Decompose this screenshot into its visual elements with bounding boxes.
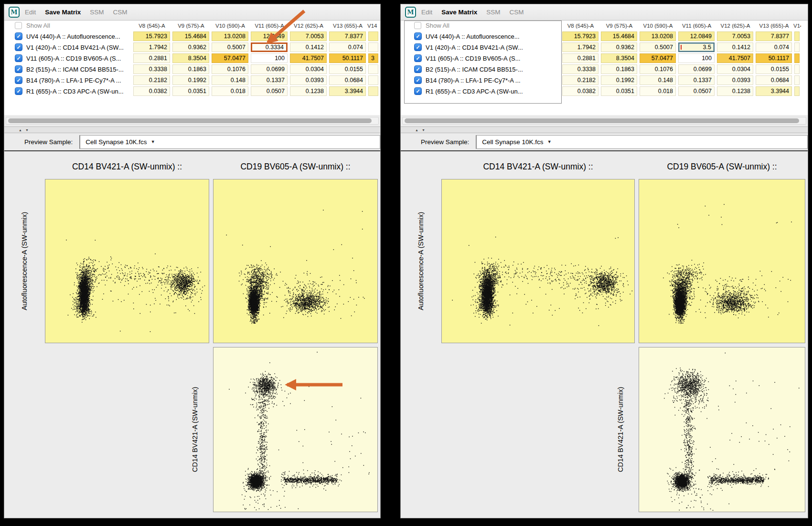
matrix-cell[interactable]: 0.0393: [717, 75, 753, 85]
matrix-cell[interactable]: 50.1117: [756, 53, 792, 63]
horizontal-scrollbar[interactable]: [6, 117, 379, 125]
pane-splitter[interactable]: ▲ ▼: [4, 126, 380, 133]
matrix-cell[interactable]: 3.3944: [756, 86, 792, 96]
matrix-cell[interactable]: [368, 42, 378, 52]
matrix-cell[interactable]: 50.1117: [329, 53, 366, 63]
matrix-cell[interactable]: 0.5007: [640, 42, 676, 52]
column-header-v10[interactable]: V10 (590)-A: [211, 21, 250, 31]
matrix-cell[interactable]: 41.7507: [717, 53, 753, 63]
row-checkbox-checked[interactable]: ✓: [414, 43, 422, 51]
matrix-cell[interactable]: 0.1076: [640, 64, 676, 74]
matrix-cell[interactable]: 0.1337: [678, 75, 715, 85]
menu-item-save-matrix[interactable]: Save Matrix: [441, 9, 477, 16]
row-checkbox-checked[interactable]: ✓: [15, 54, 22, 62]
matrix-cell[interactable]: 0.9362: [172, 42, 209, 52]
matrix-cell[interactable]: 0.2182: [562, 75, 598, 85]
matrix-cell[interactable]: 0.1863: [172, 64, 209, 74]
matrix-cell[interactable]: [368, 32, 378, 41]
column-header-v14[interactable]: V14: [793, 21, 801, 31]
column-header-v11[interactable]: V11 (605)-A: [250, 21, 289, 31]
matrix-cell[interactable]: 15.7923: [133, 32, 170, 41]
matrix-cell[interactable]: 0.1992: [601, 75, 637, 85]
matrix-cell[interactable]: 57.0477: [212, 53, 248, 63]
matrix-cell[interactable]: 3: [368, 53, 378, 63]
matrix-cell[interactable]: 0.0699: [251, 64, 288, 74]
row-checkbox-checked[interactable]: ✓: [15, 32, 22, 40]
preview-sample-dropdown[interactable]: Cell Synapse 10K.fcs ▼: [79, 135, 380, 149]
preview-sample-dropdown[interactable]: Cell Synapse 10K.fcs ▼: [476, 135, 808, 149]
matrix-cell[interactable]: [368, 64, 378, 74]
matrix-cell[interactable]: 0.2881: [562, 53, 598, 63]
column-header-v13[interactable]: V13 (655)-A: [328, 21, 367, 31]
matrix-cell[interactable]: 0.9362: [601, 42, 637, 52]
matrix-cell[interactable]: [368, 86, 378, 96]
matrix-cell[interactable]: 100: [678, 53, 715, 63]
row-checkbox-checked[interactable]: ✓: [414, 65, 422, 73]
matrix-cell[interactable]: 100: [251, 53, 288, 63]
scrollbar-thumb[interactable]: [405, 118, 799, 123]
column-header-v12[interactable]: V12 (625)-A: [289, 21, 328, 31]
column-header-v11[interactable]: V11 (605)-A: [677, 21, 716, 31]
column-header-v12[interactable]: V12 (625)-A: [716, 21, 755, 31]
matrix-cell[interactable]: 0.1238: [290, 86, 327, 96]
matrix-cell[interactable]: 7.0053: [717, 32, 753, 41]
menu-item-ssm[interactable]: SSM: [90, 9, 104, 16]
matrix-cell[interactable]: 0.018: [640, 86, 676, 96]
menu-item-ssm[interactable]: SSM: [486, 9, 500, 16]
matrix-cell[interactable]: 0.0304: [717, 64, 753, 74]
matrix-cell[interactable]: [794, 64, 800, 74]
matrix-cell[interactable]: 0.0351: [172, 86, 209, 96]
pane-splitter[interactable]: ▲ ▼: [401, 126, 808, 133]
menu-item-save-matrix[interactable]: Save Matrix: [45, 9, 81, 16]
menu-item-csm[interactable]: CSM: [113, 9, 128, 16]
matrix-cell-highlighted[interactable]: 3.5: [678, 42, 715, 52]
matrix-cell[interactable]: 0.1238: [717, 86, 753, 96]
matrix-cell[interactable]: 0.0155: [329, 64, 366, 74]
matrix-cell[interactable]: [794, 32, 800, 41]
row-checkbox-checked[interactable]: ✓: [15, 87, 22, 95]
row-checkbox-checked[interactable]: ✓: [414, 54, 422, 62]
matrix-cell[interactable]: [794, 75, 800, 85]
matrix-cell-highlighted[interactable]: 0.3334: [251, 42, 288, 52]
column-header-v9[interactable]: V9 (575)-A: [171, 21, 211, 31]
matrix-cell[interactable]: [794, 86, 800, 96]
column-header-v13[interactable]: V13 (655)-A: [755, 21, 793, 31]
matrix-cell[interactable]: 12.0849: [678, 32, 715, 41]
matrix-cell[interactable]: 0.1412: [717, 42, 753, 52]
matrix-cell[interactable]: 8.3504: [601, 53, 637, 63]
matrix-cell[interactable]: 0.3338: [562, 64, 598, 74]
matrix-cell[interactable]: 15.4684: [172, 32, 209, 41]
show-all-checkbox[interactable]: [414, 22, 421, 29]
show-all-checkbox[interactable]: [15, 22, 22, 29]
column-header-v9[interactable]: V9 (575)-A: [600, 21, 639, 31]
matrix-cell[interactable]: 0.1412: [290, 42, 327, 52]
matrix-cell[interactable]: 7.8377: [329, 32, 366, 41]
matrix-cell[interactable]: 1.7942: [562, 42, 598, 52]
app-logo-icon[interactable]: M: [9, 7, 20, 18]
matrix-cell[interactable]: [794, 42, 800, 52]
matrix-cell[interactable]: 0.0382: [133, 86, 170, 96]
column-header-v10[interactable]: V10 (590)-A: [639, 21, 677, 31]
app-logo-icon[interactable]: M: [405, 7, 416, 18]
matrix-cell[interactable]: 8.3504: [172, 53, 209, 63]
matrix-cell[interactable]: 0.074: [756, 42, 792, 52]
matrix-cell[interactable]: 0.2881: [133, 53, 170, 63]
matrix-cell[interactable]: 41.7507: [290, 53, 327, 63]
matrix-cell[interactable]: 0.1992: [172, 75, 209, 85]
matrix-cell[interactable]: 0.1863: [601, 64, 637, 74]
row-checkbox-checked[interactable]: ✓: [15, 65, 22, 73]
matrix-cell[interactable]: 0.0699: [678, 64, 715, 74]
matrix-cell[interactable]: 0.148: [640, 75, 676, 85]
matrix-cell[interactable]: 0.0393: [290, 75, 327, 85]
matrix-cell[interactable]: 15.7923: [562, 32, 598, 41]
matrix-cell[interactable]: 0.0351: [601, 86, 637, 96]
row-checkbox-checked[interactable]: ✓: [414, 76, 422, 84]
matrix-cell[interactable]: 0.0684: [756, 75, 792, 85]
menu-item-edit[interactable]: Edit: [25, 9, 36, 16]
matrix-cell[interactable]: 0.5007: [212, 42, 248, 52]
matrix-cell[interactable]: 0.0155: [756, 64, 792, 74]
matrix-cell[interactable]: [368, 75, 378, 85]
splitter-collapse-down-icon[interactable]: ▼: [422, 127, 425, 133]
horizontal-scrollbar[interactable]: [402, 117, 806, 125]
matrix-cell[interactable]: 15.4684: [601, 32, 637, 41]
